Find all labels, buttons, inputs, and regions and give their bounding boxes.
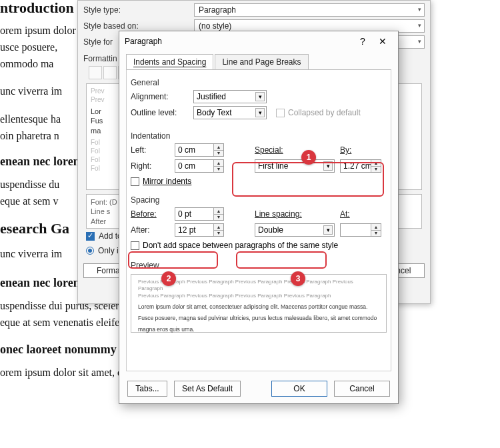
spin-down-icon: ▼ xyxy=(371,231,381,237)
spin-up-icon: ▲ xyxy=(371,224,381,231)
tab-indents-spacing[interactable]: Indents and Spacing xyxy=(126,54,213,69)
indent-left-input[interactable]: 0 cm▲▼ xyxy=(175,143,224,157)
tab-strip: Indents and Spacing Line and Page Breaks xyxy=(119,51,398,69)
indent-right-label: Right: xyxy=(131,161,169,171)
chevron-down-icon: ▾ xyxy=(255,92,265,101)
align-icon[interactable] xyxy=(89,66,102,79)
callout-3 xyxy=(236,251,327,269)
special-indent-label: Special: xyxy=(255,145,335,155)
dont-add-space-check[interactable]: Don't add space between paragraphs of th… xyxy=(131,241,387,250)
spacing-before-input[interactable]: 0 pt▲▼ xyxy=(175,207,224,221)
callout-bubble-1: 1 xyxy=(301,150,316,165)
dialog-button-row: Tabs... Set As Default OK Cancel xyxy=(119,375,398,403)
at-label: At: xyxy=(340,209,381,219)
checkbox-icon xyxy=(86,232,95,241)
spin-up-icon: ▲ xyxy=(214,144,223,151)
checkbox-icon xyxy=(131,241,139,250)
collapsed-checkbox xyxy=(276,109,285,117)
chevron-down-icon: ▾ xyxy=(323,225,333,235)
ok-button[interactable]: OK xyxy=(271,381,327,397)
spin-down-icon: ▼ xyxy=(214,167,223,173)
help-button[interactable]: ? xyxy=(353,36,373,47)
spin-up-icon: ▲ xyxy=(214,208,223,215)
dialog-title: Paragraph xyxy=(125,37,353,46)
line-spacing-select[interactable]: Double▾ xyxy=(255,223,335,237)
outline-level-select[interactable]: Body Text▾ xyxy=(193,106,267,119)
outline-level-label: Outline level: xyxy=(131,108,188,117)
callout-2 xyxy=(128,251,218,269)
cancel-button[interactable]: Cancel xyxy=(334,381,390,397)
title-bar: Paragraph ? ✕ xyxy=(119,31,398,51)
close-button[interactable]: ✕ xyxy=(373,36,393,47)
set-default-button[interactable]: Set As Default xyxy=(174,381,241,397)
general-section-title: General xyxy=(131,78,387,87)
by-label: By: xyxy=(340,145,381,155)
align-icon[interactable] xyxy=(103,66,117,79)
callout-bubble-2: 2 xyxy=(161,271,176,286)
spin-down-icon: ▼ xyxy=(214,151,223,157)
style-type-label: Style type: xyxy=(83,5,190,15)
indent-left-label: Left: xyxy=(131,145,169,155)
callout-1 xyxy=(232,162,384,197)
at-input[interactable]: ▲▼ xyxy=(340,223,381,237)
indentation-section-title: Indentation xyxy=(131,131,387,141)
checkbox-icon xyxy=(131,177,139,186)
paragraph-dialog: Paragraph ? ✕ Indents and Spacing Line a… xyxy=(119,31,399,404)
collapsed-label: Collapsed by default xyxy=(288,108,361,117)
spacing-after-input[interactable]: 12 pt▲▼ xyxy=(175,223,224,237)
tabs-button[interactable]: Tabs... xyxy=(127,381,167,397)
spin-up-icon: ▲ xyxy=(214,224,223,231)
radio-icon xyxy=(86,247,94,255)
indent-right-input[interactable]: 0 cm▲▼ xyxy=(175,159,224,173)
alignment-select[interactable]: Justified▾ xyxy=(193,90,267,103)
callout-bubble-3: 3 xyxy=(291,271,305,286)
spin-down-icon: ▼ xyxy=(214,231,223,237)
spacing-before-label: Before: xyxy=(131,209,169,219)
spin-up-icon: ▲ xyxy=(214,160,223,167)
spin-down-icon: ▼ xyxy=(214,215,223,221)
style-type-select[interactable]: Paragraph xyxy=(194,3,425,17)
tab-body: General Alignment: Justified▾ Outline le… xyxy=(126,69,391,371)
chevron-down-icon: ▾ xyxy=(255,108,265,117)
style-based-on-label: Style based on: xyxy=(83,21,190,31)
alignment-label: Alignment: xyxy=(131,92,188,101)
spacing-after-label: After: xyxy=(131,225,169,235)
tab-line-page-breaks[interactable]: Line and Page Breaks xyxy=(215,54,308,69)
spacing-section-title: Spacing xyxy=(131,195,387,205)
line-spacing-label: Line spacing: xyxy=(255,209,335,219)
